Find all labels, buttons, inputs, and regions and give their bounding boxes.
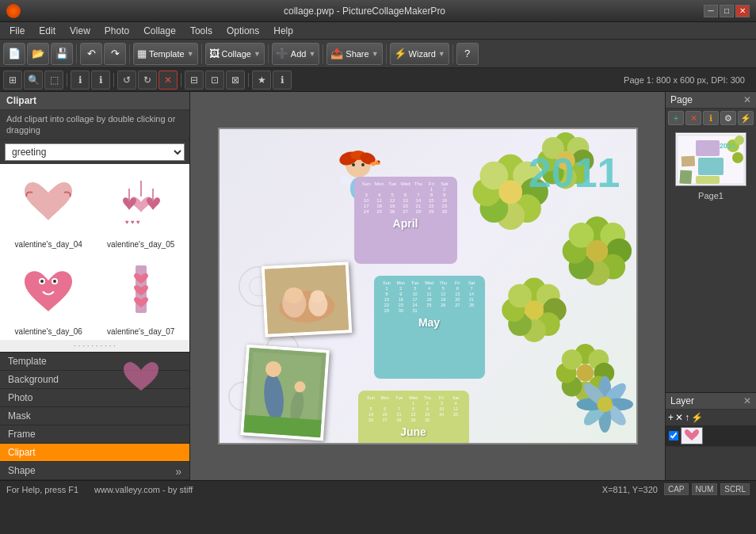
- template-button[interactable]: ▦ Template ▼: [133, 43, 198, 65]
- scrl-indicator: SCRL: [720, 483, 750, 495]
- fit-button[interactable]: ⊞: [3, 71, 22, 90]
- menu-tools[interactable]: Tools: [184, 24, 219, 38]
- svg-rect-95: [696, 140, 720, 156]
- page-title: Page: [670, 94, 693, 105]
- sub-sep3: [181, 73, 181, 87]
- menu-view[interactable]: View: [63, 24, 97, 38]
- undo-button[interactable]: ↶: [80, 43, 102, 65]
- menu-help[interactable]: Help: [267, 24, 300, 38]
- photo-1[interactable]: [261, 261, 352, 338]
- tab-shape[interactable]: Shape »: [0, 462, 189, 480]
- sep7: [452, 44, 453, 63]
- panel-hint: Add clipart into collage by double click…: [0, 110, 189, 140]
- menubar: File Edit View Photo Collage Tools Optio…: [0, 22, 756, 40]
- layer-panel-header: Layer ✕: [666, 393, 756, 410]
- info2-icon: ℹ: [99, 74, 103, 86]
- window-buttons: ─ □ ✕: [704, 5, 750, 17]
- rotate-ccw-icon: ↺: [123, 74, 131, 86]
- add-button[interactable]: ➕ Add ▼: [272, 43, 320, 65]
- info2-button[interactable]: ℹ: [91, 71, 110, 90]
- delete-button[interactable]: ✕: [158, 71, 178, 90]
- collage-arrow: ▼: [254, 50, 261, 58]
- template-arrow: ▼: [187, 50, 194, 58]
- clipart-item-06[interactable]: valentine's_day_06: [3, 254, 94, 340]
- clipart-item-04[interactable]: valentine's_day_04: [3, 167, 94, 253]
- minimize-button[interactable]: ─: [704, 5, 718, 17]
- page-settings-button[interactable]: ⚙: [720, 111, 736, 125]
- subtoolbar: ⊞ 🔍 ⬚ ℹ ℹ ↺ ↻ ✕ ⊟ ⊡ ⊠ ★ ℹ Page 1: 800 x …: [0, 68, 756, 92]
- info-button[interactable]: ℹ: [71, 71, 90, 90]
- share-button[interactable]: 📤 Share ▼: [326, 43, 382, 65]
- coordinates: X=811, Y=320: [602, 485, 658, 494]
- crop-button[interactable]: ⊠: [226, 71, 245, 90]
- effects-button[interactable]: ★: [252, 71, 271, 90]
- zoom-button[interactable]: 🔍: [24, 71, 43, 90]
- clipart-item-07[interactable]: valentine's_day_07: [96, 254, 187, 340]
- layer-up-button[interactable]: ↑: [685, 412, 689, 423]
- layer-add-button[interactable]: +: [668, 412, 674, 423]
- rotate-cw-button[interactable]: ↻: [138, 71, 157, 90]
- sub-sep2: [113, 73, 114, 87]
- select-button[interactable]: ⬚: [44, 71, 63, 90]
- titlebar: collage.pwp - PictureCollageMakerPro ─ □…: [0, 0, 756, 22]
- page-add-button[interactable]: +: [668, 111, 684, 125]
- clipart-item-05[interactable]: ♥ ♥ ♥ valentine's_day_05: [96, 167, 187, 253]
- page-thumbnail[interactable]: 2011: [675, 132, 746, 186]
- svg-point-76: [361, 163, 365, 166]
- redo-button[interactable]: ↷: [104, 43, 126, 65]
- calendar-june: SunMonTueWedThuFriSat 1234 567891011 192…: [358, 391, 469, 444]
- may-label: May: [380, 316, 479, 329]
- svg-point-99: [735, 135, 744, 145]
- share-arrow: ▼: [372, 50, 379, 58]
- page-remove-button[interactable]: ✕: [685, 111, 701, 125]
- clipart-grid: valentine's_day_04 ♥ ♥ ♥ valentine's_day…: [0, 164, 189, 340]
- rotate-ccw-button[interactable]: ↺: [117, 71, 136, 90]
- clipart-thumb-06: [15, 258, 82, 326]
- layer-item-1[interactable]: [666, 425, 756, 447]
- layer-down-button[interactable]: ⚡: [691, 412, 703, 423]
- help-button[interactable]: ?: [456, 43, 479, 65]
- layer-remove-button[interactable]: ✕: [675, 412, 683, 423]
- collage-button[interactable]: 🖼 Collage ▼: [205, 43, 265, 65]
- year-label: 2011: [529, 149, 620, 196]
- canvas[interactable]: 2011: [218, 128, 638, 444]
- photo-2[interactable]: [240, 344, 330, 441]
- collage-icon: 🖼: [209, 48, 220, 59]
- menu-edit[interactable]: Edit: [32, 24, 62, 38]
- expand-icon: »: [175, 465, 181, 478]
- menu-collage[interactable]: Collage: [137, 24, 182, 38]
- save-button[interactable]: 💾: [51, 43, 73, 65]
- menu-file[interactable]: File: [3, 24, 31, 38]
- maximize-button[interactable]: □: [720, 5, 734, 17]
- open-button[interactable]: 📂: [27, 43, 49, 65]
- page-refresh-button[interactable]: ⚡: [738, 111, 754, 125]
- tab-frame[interactable]: Frame: [0, 425, 189, 444]
- page-close-icon[interactable]: ✕: [743, 94, 751, 105]
- sep3: [201, 44, 202, 63]
- close-button[interactable]: ✕: [735, 5, 750, 17]
- scroll-more[interactable]: · · · · · · · · · ·: [0, 340, 189, 352]
- menu-options[interactable]: Options: [220, 24, 265, 38]
- share-icon: 📤: [330, 48, 343, 59]
- menu-photo[interactable]: Photo: [98, 24, 136, 38]
- redo-icon: ↷: [111, 48, 120, 59]
- flip-button[interactable]: ⊡: [205, 71, 224, 90]
- fit-icon: ⊞: [9, 74, 17, 86]
- layer-1-checkbox[interactable]: [669, 431, 678, 441]
- cap-indicator: CAP: [664, 483, 689, 495]
- align-icon: ⊟: [190, 74, 198, 86]
- clipart-thumb-05: ♥ ♥ ♥: [107, 171, 174, 238]
- new-button[interactable]: 📄: [3, 43, 25, 65]
- page-info-button[interactable]: ℹ: [703, 111, 719, 125]
- layer-close-icon[interactable]: ✕: [743, 395, 751, 406]
- template-icon: ▦: [137, 48, 147, 59]
- keyboard-indicators: CAP NUM SCRL: [664, 483, 750, 495]
- tab-clipart[interactable]: Clipart: [0, 444, 189, 462]
- left-panel: Clipart Add clipart into collage by doub…: [0, 92, 190, 480]
- wizard-button[interactable]: ⚡ Wizard ▼: [390, 43, 449, 65]
- category-select[interactable]: greeting: [5, 143, 185, 161]
- align-button[interactable]: ⊟: [185, 71, 204, 90]
- zoom-icon: 🔍: [28, 74, 40, 86]
- props-button[interactable]: ℹ: [273, 71, 292, 90]
- tab-mask[interactable]: Mask: [0, 407, 189, 425]
